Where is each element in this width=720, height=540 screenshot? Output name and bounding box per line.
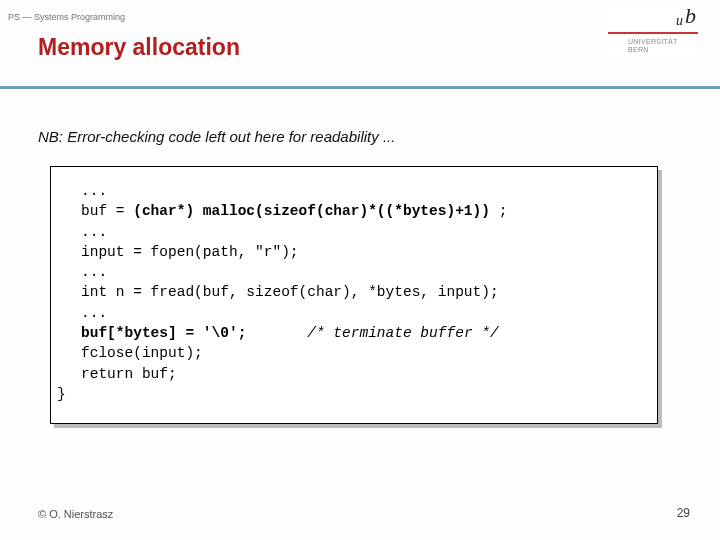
logo-text-line1: UNIVERSITÄT (608, 38, 698, 46)
logo-text-line2: BERN (608, 46, 698, 54)
code-content: ... buf = (char*) malloc(sizeof(char)*((… (81, 181, 653, 384)
footer-copyright: © O. Nierstrasz (38, 508, 113, 520)
logo-letter-u: u (676, 13, 683, 28)
code-box: ... buf = (char*) malloc(sizeof(char)*((… (50, 166, 658, 424)
page-number: 29 (677, 506, 690, 520)
university-logo: ub UNIVERSITÄT BERN (608, 6, 698, 57)
horizontal-rule (0, 86, 720, 89)
logo-divider (608, 32, 698, 34)
logo-letter-b: b (685, 3, 698, 28)
page-title: Memory allocation (38, 34, 240, 61)
breadcrumb: PS — Systems Programming (8, 12, 125, 22)
note-text: NB: Error-checking code left out here fo… (38, 128, 395, 145)
